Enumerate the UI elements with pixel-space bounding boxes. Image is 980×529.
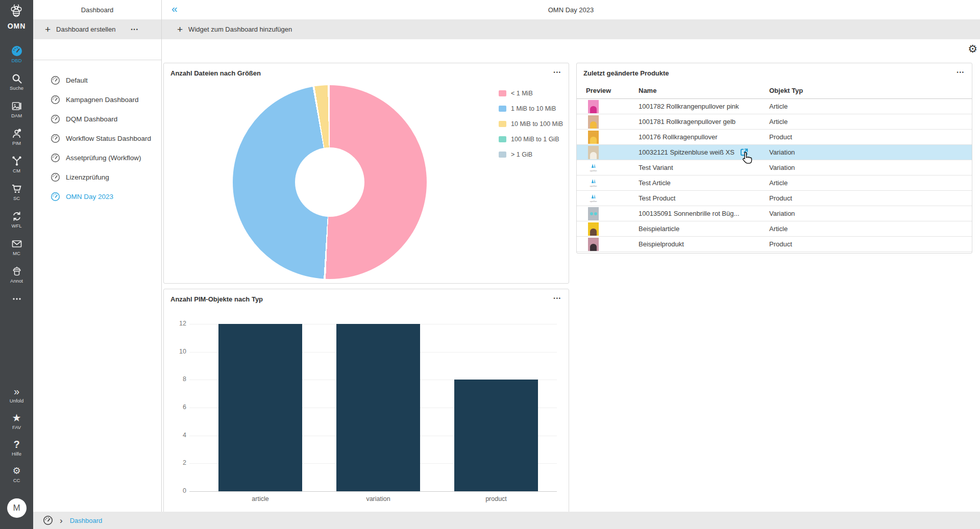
legend-label: > 1 GiB: [511, 151, 532, 158]
sidebar-item-omn-day-2023[interactable]: OMN Day 2023: [33, 187, 161, 206]
widget-menu-button[interactable]: •••: [554, 70, 561, 75]
omn-logo[interactable]: OMN: [8, 4, 26, 30]
product-thumbnail: [588, 115, 599, 129]
page-title: OMN Day 2023: [162, 0, 980, 19]
table-row[interactable]: 100135091 Sonnenbrille rot Büg...Variati…: [577, 206, 972, 221]
dashboard-list: DefaultKampagnen DashboardDQM DashboardW…: [33, 70, 161, 206]
widget-pim-objects: Anzahl PIM-Objekte nach Typ ••• 02468101…: [163, 289, 569, 512]
x-tick-label: article: [218, 495, 302, 502]
rail-item-hilfe[interactable]: ?Hilfe: [0, 439, 33, 457]
plus-icon: +: [45, 24, 51, 34]
rail-item-mc[interactable]: MC: [0, 238, 33, 256]
table-row[interactable]: apollonTest VariantVariation: [577, 160, 972, 175]
create-dashboard-button[interactable]: + Dashboard erstellen •••: [33, 19, 161, 39]
legend-item[interactable]: 100 MiB to 1 GiB: [499, 136, 563, 143]
rail-item-annot[interactable]: Annot: [0, 266, 33, 284]
legend-item[interactable]: < 1 MiB: [499, 90, 563, 97]
sidebar-item-workflow-status-dashboard[interactable]: Workflow Status Dashboard: [33, 129, 161, 148]
rail-item-fav[interactable]: ★FAV: [0, 412, 33, 430]
y-tick-label: 8: [164, 375, 186, 383]
y-tick-label: 0: [164, 487, 186, 494]
product-thumbnail: [588, 207, 599, 220]
sidebar-item-dqm-dashboard[interactable]: DQM Dashboard: [33, 109, 161, 129]
workflow-arrows-icon: [11, 211, 22, 222]
chevron-right-icon: ›: [60, 516, 63, 525]
rail-item-unfold[interactable]: »Unfold: [0, 386, 33, 404]
legend-item[interactable]: 10 MiB to 100 MiB: [499, 120, 563, 128]
rail-item-wfl[interactable]: WFL: [0, 211, 33, 229]
table-row[interactable]: BeispielarticleArticle: [577, 221, 972, 237]
breadcrumb-dashboard-link[interactable]: Dashboard: [70, 517, 103, 524]
thumb-figure: [590, 137, 597, 144]
sidebar-item-assetpr-fung-workflow-[interactable]: Assetprüfung (Workflow): [33, 148, 161, 167]
table-header: Preview Name Objekt Typ: [577, 84, 972, 99]
product-name: 1001782 Rollkrangenpullover pink: [639, 99, 739, 114]
product-name: 100135091 Sonnenbrille rot Büg...: [639, 206, 739, 221]
donut-hole: [295, 147, 364, 217]
product-name: Beispielarticle: [639, 221, 679, 237]
apollon-logo-icon: [591, 192, 596, 200]
legend-item[interactable]: 1 MiB to 10 MiB: [499, 105, 563, 112]
bar: [218, 324, 302, 491]
rail-item-cc[interactable]: ⚙CC: [0, 465, 33, 483]
dashboard-gauge-icon: [51, 75, 60, 85]
table-row[interactable]: apollonTest ProductProduct: [577, 191, 972, 206]
bar-plot: 024681012articlevariationproduct: [164, 289, 569, 512]
sidebar-item-kampagnen-dashboard[interactable]: Kampagnen Dashboard: [33, 90, 161, 109]
sidebar-item-label: Kampagnen Dashboard: [66, 96, 139, 104]
product-thumbnail: [588, 238, 599, 251]
column-header-type: Objekt Typ: [769, 87, 803, 94]
sidebar-item-default[interactable]: Default: [33, 70, 161, 90]
table-row[interactable]: 10032121 Spitzenbluse weiß XSVariation: [577, 145, 972, 160]
widget-title: Anzahl Dateien nach Größen: [170, 69, 261, 77]
table-row[interactable]: 100176 RollkragenpulloverProduct: [577, 130, 972, 145]
app-window: OMN DBDSucheDAMPIMCMSCWFLMCAnnot »Unfold…: [0, 0, 980, 529]
sidebar-more-menu[interactable]: •••: [131, 27, 138, 32]
question-icon: ?: [13, 439, 19, 450]
legend-item[interactable]: > 1 GiB: [499, 151, 563, 158]
table-row[interactable]: BeispielproduktProduct: [577, 237, 972, 252]
rail-item-sc[interactable]: SC: [0, 183, 33, 201]
dashboard-gauge-icon: [51, 134, 60, 143]
rail-item-cm[interactable]: CM: [0, 156, 33, 173]
rail-item-pim[interactable]: PIM: [0, 128, 33, 146]
product-name: Test Variant: [639, 160, 673, 175]
x-tick-label: variation: [336, 495, 420, 502]
dashboard-settings-gear-icon[interactable]: ⚙: [968, 43, 977, 55]
dashboard-gauge-icon: [51, 95, 60, 105]
bee-logo-icon: [9, 4, 24, 21]
legend-label: < 1 MiB: [511, 90, 533, 97]
column-header-preview: Preview: [586, 87, 611, 94]
rail-item-dbd[interactable]: DBD: [0, 45, 33, 63]
table-row[interactable]: 1001781 Rollkragenpullover gelbArticle: [577, 114, 972, 130]
sidebar-item-label: Workflow Status Dashboard: [66, 135, 151, 142]
left-rail: OMN DBDSucheDAMPIMCMSCWFLMCAnnot »Unfold…: [0, 0, 33, 529]
product-type: Article: [769, 99, 788, 114]
rail-item-dam[interactable]: DAM: [0, 100, 33, 118]
legend-swatch: [499, 136, 506, 142]
add-widget-button[interactable]: + Widget zum Dashboard hinzufügen: [162, 19, 980, 39]
logo-text: OMN: [8, 22, 26, 30]
plus-icon: +: [177, 24, 183, 34]
sidebar-item-lizenzpr-fung[interactable]: Lizenzprüfung: [33, 167, 161, 187]
rail-item-label: MC: [13, 250, 20, 256]
apollon-logo-icon: [591, 177, 596, 185]
main-area: « OMN Day 2023 + Widget zum Dashboard hi…: [162, 0, 980, 512]
product-name: 100176 Rollkragenpullover: [639, 130, 718, 145]
widget-menu-button[interactable]: •••: [957, 70, 965, 75]
rail-item-more[interactable]: [0, 293, 33, 305]
legend-label: 10 MiB to 100 MiB: [511, 120, 563, 128]
product-name: 1001781 Rollkragenpullover gelb: [639, 114, 736, 130]
legend-swatch: [499, 121, 506, 127]
product-name: 10032121 Spitzenbluse weiß XS: [639, 145, 734, 160]
product-name: Beispielprodukt: [639, 237, 684, 252]
user-avatar[interactable]: M: [7, 498, 27, 518]
table-row[interactable]: 1001782 Rollkrangenpullover pinkArticle: [577, 99, 972, 114]
donut-legend: < 1 MiB1 MiB to 10 MiB10 MiB to 100 MiB1…: [499, 90, 563, 158]
y-tick-label: 6: [164, 404, 186, 411]
sunglasses-thumb: [588, 207, 599, 220]
table-row[interactable]: apollonTest ArticleArticle: [577, 175, 972, 191]
thumb-figure: [590, 244, 597, 251]
rail-item-suche[interactable]: Suche: [0, 73, 33, 91]
rail-item-label: Hilfe: [12, 451, 21, 457]
